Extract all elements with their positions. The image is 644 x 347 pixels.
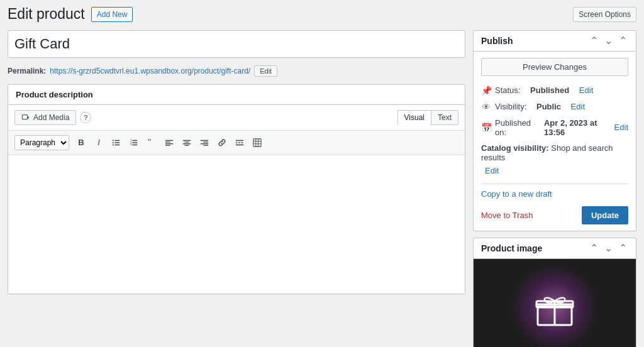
editor-section-title: Product description <box>16 90 93 99</box>
align-left-icon <box>165 138 174 147</box>
help-icon[interactable]: ? <box>80 112 91 123</box>
permalink-edit-button[interactable]: Edit <box>254 65 277 77</box>
status-row: 📌 Status: Published Edit <box>481 82 628 99</box>
svg-point-6 <box>113 142 114 143</box>
svg-point-7 <box>113 144 114 145</box>
ul-icon <box>112 138 121 147</box>
published-icon: 📅 <box>481 123 491 133</box>
main-content: Permalink: https://s-grzrd5cwdtvrl.eu1.w… <box>8 30 636 347</box>
product-image-collapse-toggle[interactable]: ⌃ <box>618 243 628 253</box>
update-button[interactable]: Update <box>582 206 628 224</box>
published-edit-link[interactable]: Edit <box>614 123 628 132</box>
editor-content-area[interactable] <box>8 155 465 294</box>
publish-divider <box>481 184 628 184</box>
more-button[interactable] <box>231 135 248 151</box>
product-image-collapse-down[interactable]: ⌄ <box>603 243 614 253</box>
collapse-down-button[interactable]: ⌄ <box>603 36 614 46</box>
visibility-icon: 👁 <box>481 102 491 112</box>
visibility-row: 👁 Visibility: Public Edit <box>481 99 628 115</box>
visibility-label: Visibility: <box>495 102 526 111</box>
preview-changes-button[interactable]: Preview Changes <box>481 58 628 76</box>
paragraph-select[interactable]: Paragraph <box>14 135 69 150</box>
screen-options-button[interactable]: Screen Options <box>573 7 636 22</box>
permalink-url[interactable]: https://s-grzrd5cwdtvrl.eu1.wpsandbox.or… <box>50 67 250 75</box>
right-column: Publish ⌃ ⌄ ⌃ Preview Changes 📌 Status: … <box>473 30 636 347</box>
text-tab-button[interactable]: Text <box>431 110 458 125</box>
link-icon <box>218 138 226 147</box>
unordered-list-button[interactable] <box>108 135 125 151</box>
add-new-button[interactable]: Add New <box>91 7 133 22</box>
status-icon: 📌 <box>481 85 491 96</box>
visibility-value: Public <box>536 102 561 111</box>
product-image-collapse-up[interactable]: ⌃ <box>589 243 599 253</box>
page-title: Edit product <box>8 5 85 24</box>
svg-rect-30 <box>253 139 261 146</box>
permalink-bar: Permalink: https://s-grzrd5cwdtvrl.eu1.w… <box>8 64 465 78</box>
catalog-label: Catalog visibility: Shop and search resu… <box>481 143 628 162</box>
more-icon <box>235 138 244 147</box>
product-title-input[interactable] <box>8 30 465 58</box>
blockquote-icon: " <box>147 138 156 147</box>
visual-text-tabs: Visual Text <box>397 110 458 125</box>
metabox-controls: ⌃ ⌄ ⌃ <box>589 36 628 46</box>
table-icon <box>253 138 262 147</box>
editor-toolbar-top: Add Media ? Visual Text <box>8 105 465 131</box>
copy-draft-link[interactable]: Copy to a new draft <box>481 189 628 199</box>
ordered-list-button[interactable]: 123 <box>126 135 142 151</box>
italic-button[interactable]: I <box>91 135 107 151</box>
catalog-edit-link[interactable]: Edit <box>485 166 499 175</box>
status-label: Status: <box>495 85 520 95</box>
align-right-button[interactable] <box>196 135 213 151</box>
publish-metabox-title: Publish <box>481 36 513 46</box>
left-column: Permalink: https://s-grzrd5cwdtvrl.eu1.w… <box>8 30 465 347</box>
publish-metabox-body: Preview Changes 📌 Status: Published Edit… <box>474 52 636 231</box>
svg-rect-0 <box>22 115 27 119</box>
collapse-toggle-button[interactable]: ⌃ <box>618 36 628 46</box>
permalink-label: Permalink: <box>8 67 46 75</box>
status-edit-link[interactable]: Edit <box>579 85 593 95</box>
gift-card-image <box>533 285 577 331</box>
align-center-button[interactable] <box>179 135 195 151</box>
move-trash-link[interactable]: Move to Trash <box>481 211 533 220</box>
table-button[interactable] <box>249 135 265 151</box>
collapse-up-button[interactable]: ⌃ <box>589 36 599 46</box>
svg-text:": " <box>148 138 152 147</box>
svg-point-5 <box>113 140 114 141</box>
publish-actions: Move to Trash Update <box>481 202 628 224</box>
product-image-display[interactable] <box>474 259 636 347</box>
svg-text:3: 3 <box>130 143 132 146</box>
bold-button[interactable]: B <box>73 135 89 151</box>
published-row: 📅 Published on: Apr 2, 2023 at 13:56 Edi… <box>481 115 628 140</box>
editor-header: Product description <box>8 85 465 105</box>
product-image-controls: ⌃ ⌄ ⌃ <box>589 243 628 253</box>
svg-marker-1 <box>28 116 30 119</box>
published-label: Published on: <box>495 118 534 137</box>
catalog-row: Catalog visibility: Shop and search resu… <box>481 140 628 179</box>
product-image-metabox: Product image ⌃ ⌄ ⌃ <box>473 238 636 347</box>
page-header: Edit product Add New Screen Options <box>8 5 636 24</box>
product-image-header: Product image ⌃ ⌄ ⌃ <box>474 238 636 259</box>
add-media-icon <box>21 113 30 122</box>
publish-metabox: Publish ⌃ ⌄ ⌃ Preview Changes 📌 Status: … <box>473 30 636 231</box>
publish-metabox-header: Publish ⌃ ⌄ ⌃ <box>474 31 636 52</box>
product-image-title: Product image <box>481 243 542 253</box>
ol-icon: 123 <box>130 138 138 147</box>
link-button[interactable] <box>214 135 230 151</box>
align-right-icon <box>200 138 209 147</box>
published-value: Apr 2, 2023 at 13:56 <box>544 118 604 137</box>
formatting-toolbar: Paragraph B I 123 " <box>8 131 465 155</box>
add-media-button[interactable]: Add Media <box>14 110 76 125</box>
visibility-edit-link[interactable]: Edit <box>571 102 585 111</box>
blockquote-button[interactable]: " <box>143 135 160 151</box>
status-value: Published <box>530 85 569 95</box>
product-description-editor: Product description Add Media ? Vis <box>8 84 465 294</box>
align-center-icon <box>182 138 191 147</box>
product-image-body <box>474 259 636 347</box>
visual-tab-button[interactable]: Visual <box>397 110 431 125</box>
align-left-button[interactable] <box>161 135 177 151</box>
